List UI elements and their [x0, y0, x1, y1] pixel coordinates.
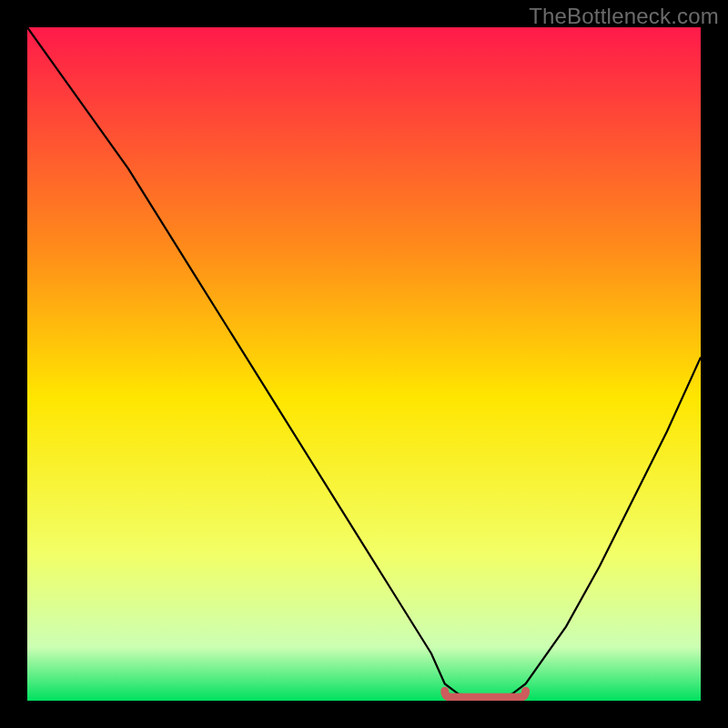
bottleneck-chart — [27, 27, 701, 701]
chart-frame: { "watermark": "TheBottleneck.com", "col… — [0, 0, 728, 728]
gradient-background — [27, 27, 701, 701]
watermark-text: TheBottleneck.com — [529, 4, 719, 29]
